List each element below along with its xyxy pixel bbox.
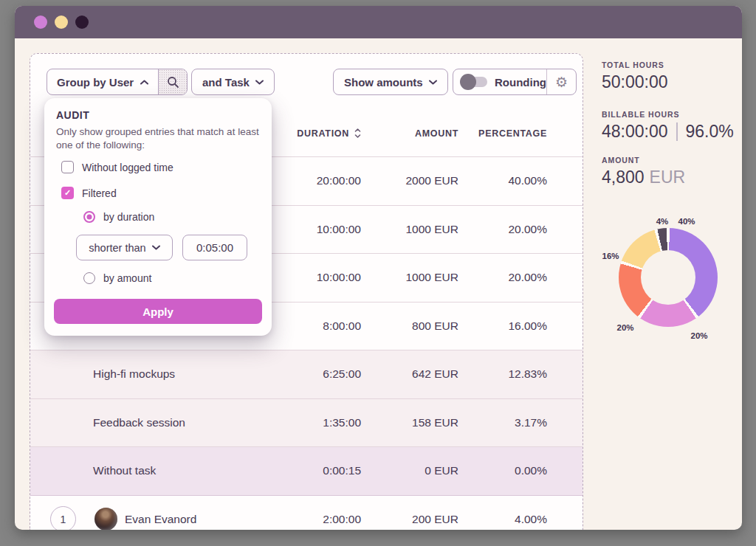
percentage-cell: 4.00% [458, 513, 547, 526]
billing-donut-chart: 40% 20% 20% 16% 4% [605, 216, 742, 353]
amount-cell: 800 EUR [361, 319, 458, 333]
audit-title: AUDIT [56, 109, 89, 121]
duration-threshold-input[interactable] [182, 235, 247, 260]
rounding-toggle[interactable] [462, 77, 487, 87]
row-index-badge: 1 [50, 506, 76, 530]
donut-label: 20% [616, 323, 633, 332]
audit-description: Only show grouped entries that match at … [56, 125, 260, 152]
duration-cell: 8:00:00 [265, 319, 361, 333]
duration-cell: 6:25:00 [265, 367, 361, 381]
checkbox-checked[interactable]: ✓ [61, 187, 74, 199]
amount-value: 4,800 [602, 167, 645, 187]
show-amounts-button[interactable]: Show amounts [333, 69, 448, 95]
total-hours-label: TOTAL HOURS [602, 61, 668, 69]
donut-chart [619, 228, 718, 327]
chevron-up-icon [140, 80, 148, 85]
user-avatar [94, 508, 117, 530]
search-button[interactable] [158, 69, 187, 94]
duration-cell: 1:35:00 [265, 416, 361, 429]
donut-label: 4% [656, 217, 669, 226]
chevron-down-icon [255, 80, 264, 85]
radio-selected[interactable] [83, 211, 95, 223]
amount-cell: 642 EUR [361, 367, 458, 381]
table-row[interactable]: High-fi mockups 6:25:00 642 EUR 12.83% [30, 350, 583, 399]
duration-cell: 2:00:00 [265, 513, 361, 526]
app-window: Group by User and Task Show amounts [15, 6, 742, 530]
amount-label: AMOUNT [602, 156, 685, 165]
duration-cell: 10:00:00 [265, 223, 361, 236]
donut-label: 20% [690, 331, 707, 340]
donut-label: 40% [678, 217, 695, 226]
rounding-control: Rounding ⚙ [453, 69, 577, 95]
amount-cell: 1000 EUR [361, 223, 458, 236]
filtered-label: Filtered [82, 187, 117, 199]
billable-percent: 96.0% [686, 122, 734, 142]
group-by-user-button[interactable]: Group by User [47, 69, 158, 94]
window-close-button[interactable] [34, 15, 47, 29]
duration-cell: 10:00:00 [265, 271, 361, 284]
table-row[interactable]: Feedback session 1:35:00 158 EUR 3.17% [30, 399, 583, 448]
billable-hours-label: BILLABLE HOURS [602, 110, 734, 119]
chevron-down-icon [152, 245, 160, 250]
comparator-select[interactable]: shorter than [76, 235, 173, 260]
audit-popup: AUDIT Only show grouped entries that mat… [44, 98, 272, 336]
window-titlebar [15, 6, 742, 38]
window-maximize-button[interactable] [75, 15, 89, 29]
column-header-percentage[interactable]: PERCENTAGE [458, 128, 547, 139]
and-task-label: and Task [202, 76, 250, 89]
task-name: High-fi mockups [30, 367, 265, 381]
amount-cell: 2000 EUR [361, 174, 458, 187]
user-name: Evan Evanord [125, 513, 196, 526]
sort-icon [354, 128, 361, 138]
task-name: Feedback session [30, 416, 265, 429]
percentage-cell: 16.00% [458, 319, 547, 333]
amount-cell: 158 EUR [361, 416, 458, 429]
column-header-amount[interactable]: AMOUNT [361, 128, 458, 139]
apply-button[interactable]: Apply [54, 299, 262, 324]
show-amounts-label: Show amounts [344, 76, 423, 89]
billable-hours-summary: BILLABLE HOURS 48:00:00 96.0% [602, 110, 734, 142]
window-minimize-button[interactable] [55, 15, 68, 29]
task-name: Without task [30, 464, 265, 477]
percentage-cell: 3.17% [458, 416, 547, 429]
billable-hours-value: 48:00:00 [602, 122, 668, 142]
and-task-button[interactable]: and Task [191, 69, 275, 95]
group-by-user-control: Group by User [47, 69, 188, 95]
without-logged-time-label: Without logged time [82, 162, 173, 173]
amount-cell: 1000 EUR [361, 271, 458, 284]
total-hours-value: 50:00:00 [602, 72, 668, 92]
gear-icon[interactable]: ⚙ [547, 74, 576, 91]
amount-cell: 0 EUR [361, 464, 458, 477]
by-duration-option[interactable]: by duration [83, 211, 154, 223]
table-row-user[interactable]: 1 Evan Evanord 2:00:00 200 EUR 4.00% [30, 496, 583, 531]
percentage-cell: 40.00% [458, 174, 547, 187]
divider [676, 122, 678, 141]
by-amount-option[interactable]: by amount [83, 272, 151, 284]
amount-cell: 200 EUR [361, 513, 458, 526]
donut-label: 16% [602, 252, 619, 260]
percentage-cell: 12.83% [458, 367, 547, 381]
by-amount-label: by amount [103, 272, 151, 284]
comparator-value: shorter than [89, 242, 145, 254]
percentage-cell: 20.00% [458, 271, 547, 284]
toggle-knob [460, 74, 476, 90]
duration-cell: 20:00:00 [265, 174, 361, 187]
duration-cell: 0:00:15 [265, 464, 361, 477]
amount-currency: EUR [650, 167, 686, 187]
filtered-option[interactable]: ✓ Filtered [61, 187, 117, 199]
search-icon [167, 76, 179, 89]
percentage-cell: 20.00% [458, 223, 547, 236]
table-row[interactable]: Without task 0:00:15 0 EUR 0.00% [30, 447, 583, 496]
radio-unselected[interactable] [83, 272, 95, 284]
percentage-cell: 0.00% [458, 464, 547, 477]
chevron-down-icon [429, 80, 437, 85]
by-duration-label: by duration [103, 211, 154, 223]
without-logged-time-option[interactable]: Without logged time [61, 161, 173, 173]
total-hours-summary: TOTAL HOURS 50:00:00 [602, 61, 668, 92]
column-header-duration[interactable]: DURATION [265, 128, 361, 139]
amount-summary: AMOUNT 4,800 EUR [602, 156, 685, 187]
checkbox-unchecked[interactable] [61, 161, 74, 173]
rounding-label: Rounding [495, 76, 546, 89]
group-by-user-label: Group by User [57, 76, 134, 89]
